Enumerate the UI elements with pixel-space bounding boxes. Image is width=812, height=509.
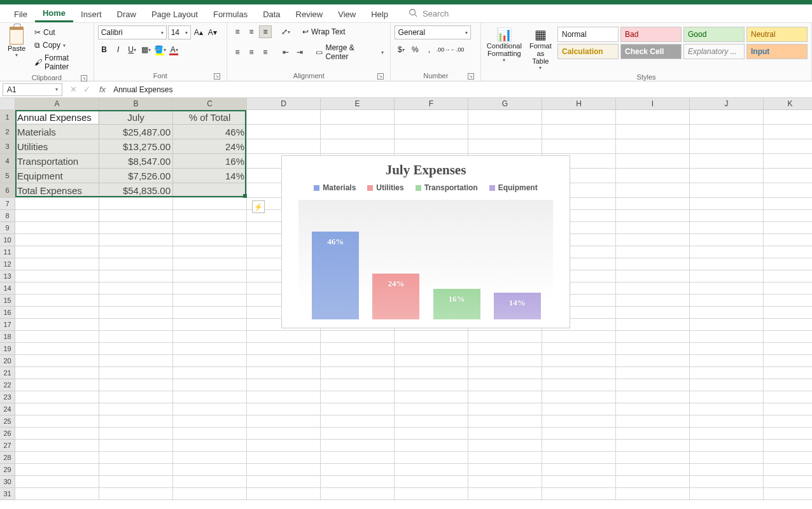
cell[interactable] <box>247 367 321 379</box>
cell[interactable] <box>99 258 173 270</box>
cell[interactable] <box>99 307 173 319</box>
cell[interactable] <box>690 198 764 210</box>
decrease-indent-icon[interactable]: ⇤ <box>279 46 292 59</box>
row-header[interactable]: 21 <box>0 367 15 379</box>
row-header[interactable]: 10 <box>0 234 15 246</box>
cell[interactable] <box>690 440 764 452</box>
column-header[interactable]: C <box>173 98 247 110</box>
cell[interactable] <box>321 379 395 391</box>
cell[interactable] <box>395 403 468 415</box>
cell[interactable] <box>247 476 321 488</box>
cell[interactable] <box>542 391 616 403</box>
number-format-select[interactable]: General▾ <box>395 25 471 39</box>
cell[interactable] <box>395 110 468 125</box>
cell[interactable] <box>690 464 764 476</box>
font-size-select[interactable]: 14▾ <box>168 25 191 39</box>
cell[interactable] <box>99 222 173 234</box>
cell[interactable] <box>173 367 247 379</box>
cell[interactable] <box>468 440 542 452</box>
tab-formulas[interactable]: Formulas <box>206 6 255 22</box>
cell[interactable] <box>764 379 812 391</box>
cell[interactable] <box>15 198 99 210</box>
cell[interactable] <box>395 391 468 403</box>
cell[interactable] <box>690 379 764 391</box>
cell[interactable] <box>764 488 812 500</box>
cell[interactable] <box>616 464 690 476</box>
cell[interactable] <box>616 198 690 210</box>
cell[interactable] <box>321 452 395 464</box>
align-left-icon[interactable]: ≡ <box>231 46 244 59</box>
cell[interactable] <box>173 331 247 343</box>
cell[interactable] <box>321 415 395 428</box>
chart-july-expenses[interactable]: July Expenses MaterialsUtilitiesTranspor… <box>281 155 570 328</box>
cell[interactable] <box>616 210 690 222</box>
dialog-launcher-icon[interactable]: ↘ <box>81 75 87 81</box>
cell[interactable] <box>616 355 690 367</box>
row-header[interactable]: 29 <box>0 464 15 476</box>
style-cell-good[interactable]: Good <box>683 27 745 42</box>
enter-icon[interactable]: ✓ <box>83 85 90 94</box>
cell[interactable] <box>542 343 616 355</box>
row-header[interactable]: 1 <box>0 110 15 125</box>
cell[interactable] <box>690 367 764 379</box>
cell[interactable] <box>690 270 764 282</box>
italic-button[interactable]: I <box>112 43 125 56</box>
cell[interactable] <box>616 391 690 403</box>
cell[interactable] <box>321 488 395 500</box>
currency-icon[interactable]: $▾ <box>395 43 407 56</box>
cell[interactable] <box>247 125 321 139</box>
cell[interactable] <box>99 464 173 476</box>
cell[interactable] <box>395 428 468 440</box>
cell[interactable] <box>542 440 616 452</box>
cell[interactable] <box>173 319 247 331</box>
cell[interactable] <box>690 355 764 367</box>
row-header[interactable]: 19 <box>0 343 15 355</box>
cell[interactable]: July <box>99 110 173 125</box>
cell[interactable] <box>15 428 99 440</box>
cell[interactable] <box>690 343 764 355</box>
cell[interactable] <box>468 379 542 391</box>
row-header[interactable]: 3 <box>0 139 15 154</box>
cell[interactable] <box>690 403 764 415</box>
column-header[interactable]: H <box>542 98 616 110</box>
chart-bar[interactable]: 46% <box>312 232 359 319</box>
cell[interactable] <box>247 355 321 367</box>
cell[interactable] <box>247 391 321 403</box>
cell[interactable] <box>247 415 321 428</box>
cell[interactable] <box>15 379 99 391</box>
cell[interactable] <box>616 343 690 355</box>
cell[interactable]: Utilities <box>15 139 99 154</box>
column-header[interactable]: D <box>247 98 321 110</box>
row-header[interactable]: 25 <box>0 415 15 428</box>
cell[interactable] <box>764 183 812 198</box>
cell[interactable] <box>99 295 173 307</box>
cell[interactable] <box>15 222 99 234</box>
align-bottom-icon[interactable]: ≡ <box>259 25 272 38</box>
cell[interactable] <box>616 246 690 258</box>
cell[interactable] <box>690 246 764 258</box>
row-header[interactable]: 8 <box>0 210 15 222</box>
decrease-font-icon[interactable]: A▾ <box>206 26 219 39</box>
cell[interactable] <box>616 234 690 246</box>
dialog-launcher-icon[interactable]: ↘ <box>214 73 220 80</box>
cell[interactable] <box>468 125 542 139</box>
cell[interactable] <box>173 282 247 295</box>
cell[interactable] <box>542 139 616 154</box>
cell[interactable] <box>764 234 812 246</box>
cell[interactable] <box>764 440 812 452</box>
cell[interactable] <box>15 270 99 282</box>
cell[interactable] <box>616 183 690 198</box>
cell[interactable] <box>764 295 812 307</box>
worksheet[interactable]: ABCDEFGHIJK 1234567891011121314151617181… <box>0 98 812 508</box>
underline-button[interactable]: U▾ <box>126 43 139 56</box>
cell[interactable]: Total Expenses <box>15 183 99 198</box>
cell[interactable] <box>542 403 616 415</box>
cell[interactable]: 16% <box>173 154 247 169</box>
cell[interactable] <box>99 452 173 464</box>
cell[interactable] <box>173 295 247 307</box>
cell[interactable] <box>395 355 468 367</box>
cell[interactable] <box>468 464 542 476</box>
cell[interactable] <box>764 331 812 343</box>
cell[interactable] <box>321 367 395 379</box>
cell[interactable] <box>99 428 173 440</box>
